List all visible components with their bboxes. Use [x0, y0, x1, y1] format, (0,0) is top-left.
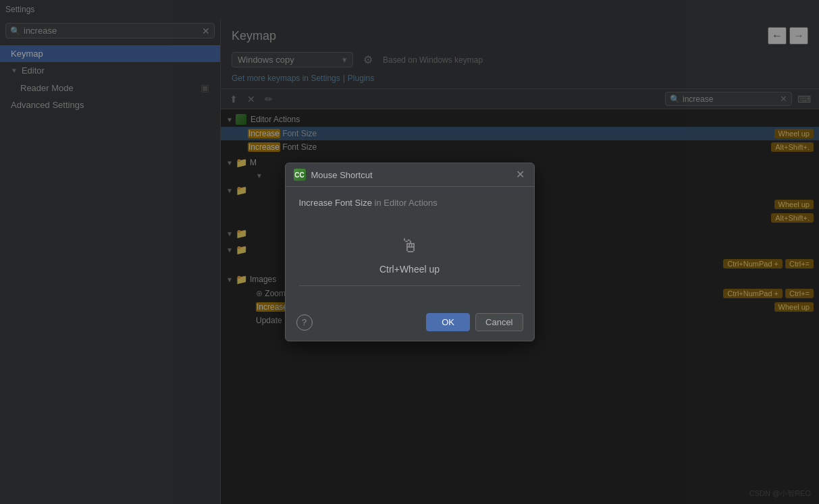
modal-title-text: Mouse Shortcut: [311, 170, 509, 180]
cancel-button[interactable]: Cancel: [475, 313, 523, 331]
modal-footer: ? OK Cancel: [286, 308, 534, 341]
ok-button[interactable]: OK: [426, 313, 470, 331]
help-button[interactable]: ?: [296, 314, 313, 331]
modal-overlay: CC Mouse Shortcut ✕ Increase Font Size i…: [0, 0, 819, 504]
help-icon: ?: [302, 317, 307, 327]
modal-app-icon: CC: [294, 169, 306, 181]
shortcut-label: Ctrl+Wheel up: [379, 264, 440, 275]
mouse-shortcut-modal: CC Mouse Shortcut ✕ Increase Font Size i…: [285, 163, 535, 341]
mouse-icon: 🖱: [400, 235, 419, 257]
modal-subtitle: Increase Font Size in Editor Actions: [299, 198, 521, 208]
modal-body: Increase Font Size in Editor Actions 🖱 C…: [286, 187, 534, 308]
modal-action-name: Increase Font Size: [299, 198, 372, 208]
modal-close-button[interactable]: ✕: [514, 169, 526, 180]
modal-title-bar: CC Mouse Shortcut ✕: [286, 163, 534, 187]
shortcut-display: 🖱 Ctrl+Wheel up: [299, 221, 521, 286]
modal-in-text: in Editor Actions: [375, 198, 438, 208]
